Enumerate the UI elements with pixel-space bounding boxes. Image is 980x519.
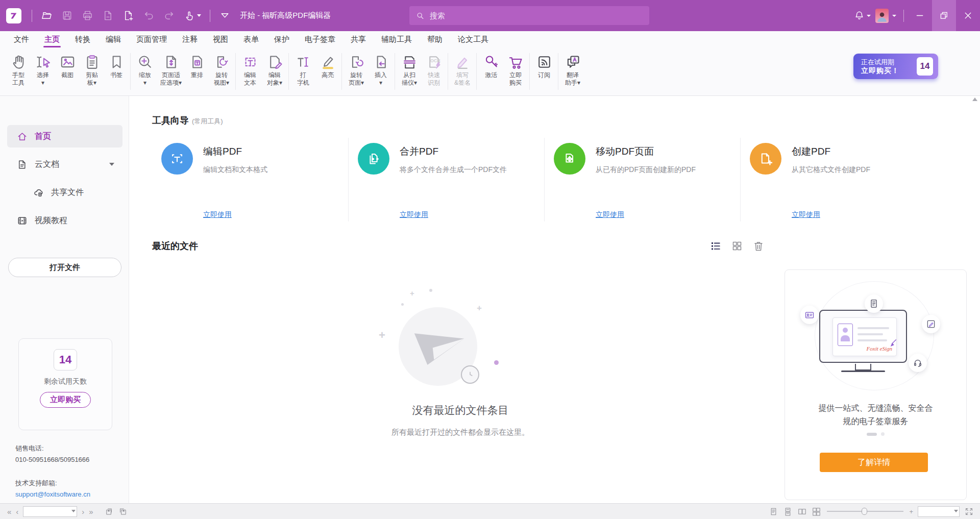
page-number-box[interactable] — [23, 506, 77, 517]
support-email-link[interactable]: support@foxitsoftware.cn — [15, 490, 90, 498]
fullscreen-button[interactable] — [964, 507, 974, 516]
facing-view-button[interactable] — [797, 507, 807, 516]
facing-continuous-view-button[interactable] — [812, 507, 821, 516]
rotate-view-button[interactable]: 旋转 视图▾ — [209, 51, 234, 88]
translate-assistant-button[interactable]: 翻译 助手▾ — [560, 51, 585, 88]
search-box[interactable] — [409, 6, 649, 25]
menu-protect[interactable]: 保护 — [266, 31, 297, 48]
from-scanner-button[interactable]: 从扫 描仪▾ — [397, 51, 422, 88]
menu-home[interactable]: 主页 — [37, 31, 67, 48]
account-menu[interactable] — [875, 9, 896, 23]
print-icon[interactable] — [77, 5, 97, 27]
bookmark-button[interactable]: 书签 — [104, 51, 129, 88]
reflow-button[interactable]: 重排 — [185, 51, 209, 88]
clipboard-button[interactable]: 剪贴 板▾ — [80, 51, 104, 88]
zoom-in-button[interactable]: + — [909, 508, 913, 515]
menu-comment[interactable]: 注释 — [175, 31, 205, 48]
quick-ocr-button[interactable]: OCR 快速 识别 — [422, 51, 446, 88]
sidebar-item-cloud-docs[interactable]: 云文档 — [7, 153, 122, 176]
fill-sign-button[interactable]: 填写 &签名 — [450, 51, 475, 88]
trial-banner[interactable]: 正在试用期 立即购买！ 14 — [853, 54, 938, 79]
grid-view-button[interactable] — [731, 240, 743, 252]
close-button[interactable] — [956, 0, 980, 31]
buy-now-button[interactable]: 立即 购买 — [503, 51, 528, 88]
edit-text-button[interactable]: 编辑 文本 — [238, 51, 262, 88]
buy-now-pill-button[interactable]: 立即购买 — [40, 392, 91, 408]
add-page-icon[interactable] — [118, 5, 138, 27]
continuous-view-button[interactable] — [783, 507, 793, 516]
first-page-button[interactable]: « — [7, 508, 11, 515]
carousel-dots[interactable] — [785, 432, 966, 436]
next-view-button[interactable] — [118, 507, 128, 516]
minimize-button[interactable] — [908, 0, 932, 31]
button-label: 描仪▾ — [402, 79, 417, 87]
carousel-dot-active[interactable] — [867, 433, 877, 436]
learn-more-button[interactable]: 了解详情 — [820, 453, 928, 472]
subscribe-button[interactable]: 订阅 — [532, 51, 556, 80]
chevron-down-icon[interactable] — [954, 510, 958, 512]
menu-paper-tools[interactable]: 论文工具 — [450, 31, 496, 48]
open-file-icon[interactable] — [36, 5, 57, 27]
button-label: ▾ — [379, 79, 382, 87]
chevron-down-icon[interactable] — [109, 163, 114, 166]
use-now-link[interactable]: 立即使用 — [792, 210, 820, 219]
list-view-button[interactable] — [709, 240, 722, 252]
hand-tool-button[interactable]: 手型 工具 — [6, 51, 31, 88]
save-icon[interactable] — [57, 5, 77, 27]
hand-gesture-icon[interactable] — [179, 5, 206, 27]
menu-page-organize[interactable]: 页面管理 — [129, 31, 175, 48]
page-number-input[interactable] — [23, 508, 77, 515]
zoom-slider[interactable] — [827, 511, 903, 512]
card-title: 创建PDF — [792, 138, 936, 158]
insert-button[interactable]: 插入 ▾ — [369, 51, 393, 88]
menu-help[interactable]: 帮助 — [420, 31, 450, 48]
use-now-link[interactable]: 立即使用 — [203, 210, 232, 219]
snapshot-button[interactable]: 截图 — [55, 51, 80, 88]
trial-line1: 正在试用期 — [861, 58, 917, 66]
typewriter-button[interactable]: 打 字机 — [291, 51, 315, 88]
zoom-button[interactable]: 缩放 ▾ — [133, 51, 157, 88]
delete-page-icon[interactable] — [97, 5, 118, 27]
use-now-link[interactable]: 立即使用 — [596, 210, 624, 219]
next-page-button[interactable]: › — [82, 508, 84, 515]
open-file-button[interactable]: 打开文件 — [8, 258, 121, 277]
toolbar-collapse-icon[interactable] — [214, 5, 235, 27]
zoom-level-input[interactable] — [918, 508, 959, 515]
fit-page-button[interactable]: 页面适 应选项▾ — [157, 51, 185, 88]
menu-esign[interactable]: 电子签章 — [297, 31, 343, 48]
carousel-dot[interactable] — [881, 432, 885, 436]
highlight-button[interactable]: 高亮 — [315, 51, 340, 88]
zoom-slider-thumb[interactable] — [862, 508, 867, 515]
prev-page-button[interactable]: ‹ — [16, 508, 18, 515]
menu-form[interactable]: 表单 — [236, 31, 266, 48]
menu-accessibility[interactable]: 辅助工具 — [374, 31, 420, 48]
use-now-link[interactable]: 立即使用 — [400, 210, 428, 219]
redo-icon[interactable] — [159, 5, 179, 27]
restore-button[interactable] — [932, 0, 956, 31]
last-page-button[interactable]: » — [89, 508, 93, 515]
clear-recent-trash-button[interactable] — [752, 240, 765, 252]
scrollbar-up-arrow[interactable] — [972, 97, 977, 101]
menu-view[interactable]: 视图 — [205, 31, 236, 48]
rotate-pages-button[interactable]: 旋转 页面▾ — [344, 51, 369, 88]
activate-button[interactable]: 激活 — [479, 51, 503, 88]
sidebar-item-home[interactable]: 首页 — [7, 125, 122, 147]
button-label: 视图▾ — [214, 79, 229, 87]
zoom-level-box[interactable] — [918, 506, 960, 517]
chevron-down-icon[interactable] — [71, 510, 76, 512]
menu-file[interactable]: 文件 — [6, 31, 37, 48]
menu-convert[interactable]: 转换 — [67, 31, 98, 48]
previous-view-button[interactable] — [104, 507, 114, 516]
single-page-view-button[interactable] — [769, 507, 778, 516]
typewriter-icon — [295, 54, 312, 70]
search-input[interactable] — [430, 11, 643, 20]
sidebar-item-video-tutorials[interactable]: 视频教程 — [7, 209, 122, 232]
edit-object-button[interactable]: 编辑 对象▾ — [262, 51, 287, 88]
menu-edit[interactable]: 编辑 — [98, 31, 129, 48]
notifications-bell-icon[interactable] — [852, 5, 872, 27]
select-tool-button[interactable]: 选择 ▾ — [31, 51, 55, 88]
sidebar-item-shared-files[interactable]: 共享文件 — [7, 181, 122, 204]
undo-icon[interactable] — [138, 5, 159, 27]
menu-share[interactable]: 共享 — [343, 31, 374, 48]
sparkle-decoration: + — [379, 329, 385, 342]
